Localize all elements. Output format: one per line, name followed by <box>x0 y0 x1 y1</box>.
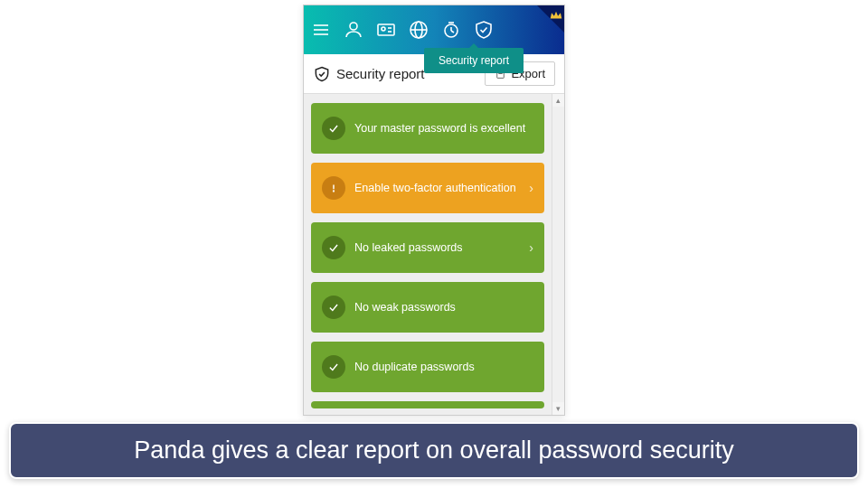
chevron-right-icon: › <box>529 181 533 195</box>
card-master-password[interactable]: Your master password is excellent <box>311 103 544 154</box>
chevron-right-icon: › <box>529 240 533 255</box>
svg-point-3 <box>350 23 357 30</box>
scroll-up-icon[interactable]: ▴ <box>552 94 564 107</box>
card-two-factor[interactable]: Enable two-factor authentication › <box>311 163 544 213</box>
check-icon <box>322 355 345 379</box>
warning-icon <box>322 176 345 200</box>
svg-point-5 <box>382 27 385 31</box>
clock-icon[interactable] <box>439 18 463 42</box>
page-title: Security report <box>336 66 425 81</box>
check-icon <box>322 117 345 140</box>
shield-icon <box>313 65 331 83</box>
card-label: No leaked passwords <box>354 241 520 254</box>
svg-point-19 <box>334 191 335 192</box>
check-icon <box>322 236 345 259</box>
globe-icon[interactable] <box>407 18 430 42</box>
card-label: Enable two-factor authentication <box>354 182 520 194</box>
svg-rect-4 <box>378 24 394 35</box>
card-weak-passwords[interactable]: No weak passwords <box>311 282 544 333</box>
content-wrap: Your master password is excellent Enable… <box>304 94 564 415</box>
card-duplicate-passwords[interactable]: No duplicate passwords <box>311 342 544 392</box>
card-label: Your master password is excellent <box>354 122 533 135</box>
menu-icon[interactable] <box>309 18 333 42</box>
topbar <box>304 5 564 54</box>
card-label: No weak passwords <box>354 301 533 314</box>
card-partial[interactable] <box>311 401 544 408</box>
profile-icon[interactable] <box>342 18 365 42</box>
id-card-icon[interactable] <box>374 18 398 42</box>
svg-line-13 <box>451 31 454 33</box>
tooltip-security-report: Security report <box>424 48 524 73</box>
report-list: Your master password is excellent Enable… <box>304 94 552 415</box>
card-leaked-passwords[interactable]: No leaked passwords › <box>311 222 544 273</box>
crown-icon <box>550 7 562 23</box>
caption: Panda gives a clear report on overall pa… <box>9 422 859 479</box>
card-label: No duplicate passwords <box>354 361 533 373</box>
shield-check-icon[interactable] <box>472 18 495 42</box>
scroll-down-icon[interactable]: ▾ <box>552 402 564 415</box>
check-icon <box>322 296 345 319</box>
scrollbar[interactable]: ▴ ▾ <box>552 94 564 415</box>
